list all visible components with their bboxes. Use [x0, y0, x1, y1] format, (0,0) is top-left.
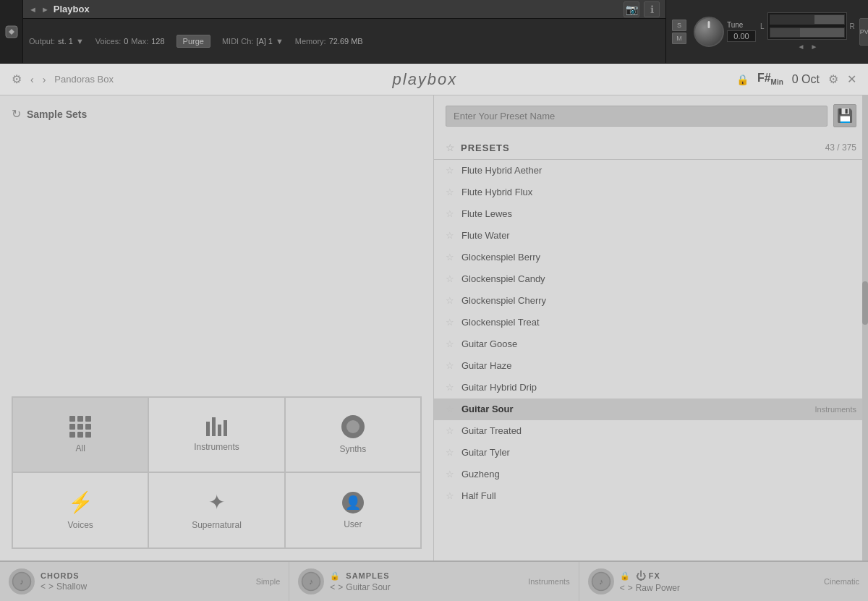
right-panel: 💾 ☆ PRESETS 43 / 375 ☆ Flute Hybrid Aeth… — [434, 95, 868, 560]
category-instruments[interactable]: Instruments — [148, 397, 284, 472]
preset-item[interactable]: ☆ Guitar Haze — [434, 355, 868, 377]
preset-item[interactable]: ☆ Glockenspiel Treat — [434, 312, 868, 333]
arrow-icon-right[interactable]: ► — [810, 43, 817, 51]
category-voices[interactable]: ⚡ Voices — [12, 472, 148, 548]
star-icon[interactable]: ☆ — [446, 142, 455, 153]
preset-star-2[interactable]: ☆ — [446, 208, 454, 219]
preset-item[interactable]: ☆ Guitar Tyler — [434, 442, 868, 464]
scrollbar-thumb[interactable] — [862, 281, 868, 325]
preset-star-13[interactable]: ☆ — [446, 447, 454, 458]
preset-star-4[interactable]: ☆ — [446, 252, 454, 263]
output-dropdown[interactable]: ▼ — [76, 37, 84, 46]
lr-row-bottom: ◄ ► — [760, 43, 855, 51]
preset-name-7: Glockenspiel Treat — [461, 317, 856, 328]
pv-button[interactable]: PV — [859, 18, 868, 46]
camera-icon[interactable]: 📷 — [624, 1, 639, 17]
purge-button[interactable]: Purge — [176, 35, 210, 48]
close-icon[interactable]: ✕ — [847, 72, 856, 86]
bottom-section-samples: ♪ 🔒 SAMPLES < > Guitar Sour Instruments — [289, 562, 579, 601]
preset-name-13: Guitar Tyler — [461, 447, 856, 458]
preset-star-7[interactable]: ☆ — [446, 317, 454, 328]
preset-star-6[interactable]: ☆ — [446, 295, 454, 306]
nav-right[interactable]: › — [43, 74, 46, 85]
preset-star-5[interactable]: ☆ — [446, 273, 454, 284]
category-synths[interactable]: Synths — [285, 397, 421, 472]
preset-item[interactable]: ☆ Guitar Sour Instruments — [434, 398, 868, 420]
presets-section-left: ☆ PRESETS — [446, 142, 510, 153]
sample-sets-header: ↻ Sample Sets — [12, 107, 422, 121]
lr-row-top: L R — [760, 12, 855, 40]
preset-name-4: Glockenspiel Berry — [461, 252, 856, 263]
r-label: R — [850, 22, 855, 30]
preset-name-5: Glockenspiel Candy — [461, 273, 856, 284]
fx-type: FX — [649, 571, 660, 580]
preset-item[interactable]: ☆ Guzheng — [434, 464, 868, 485]
info-icon[interactable]: ℹ — [644, 1, 660, 17]
preset-star-15[interactable]: ☆ — [446, 490, 454, 501]
s-button[interactable]: S — [672, 20, 686, 31]
preset-star-11[interactable]: ☆ — [446, 404, 454, 414]
arrow-left[interactable]: ◄ — [29, 5, 37, 14]
plugin-title: Playbox — [54, 4, 90, 14]
arrow-right[interactable]: ► — [41, 5, 49, 14]
m-button[interactable]: M — [672, 33, 686, 44]
preset-star-9[interactable]: ☆ — [446, 360, 454, 371]
preset-name-input[interactable] — [446, 106, 827, 127]
meter-row-bottom — [770, 27, 845, 38]
instrument-header: ⚙ ‹ › Pandoras Box playbox 🔒 F#Min 0 Oct… — [0, 64, 868, 95]
nav-left[interactable]: ‹ — [30, 74, 34, 85]
top-bar-main: ◄ ► Playbox 📷 ℹ Output: st. 1 ▼ Voices: … — [23, 0, 665, 63]
tune-knob[interactable] — [694, 17, 724, 47]
preset-star-12[interactable]: ☆ — [446, 425, 454, 436]
arrow-icon-left[interactable]: ◄ — [797, 43, 804, 51]
bottom-section-fx: ♪ 🔒 ⏻ FX < > Raw Power Cinematic — [579, 562, 868, 601]
settings-icon[interactable]: ⚙ — [828, 72, 838, 86]
samples-nav-left[interactable]: < — [330, 582, 335, 592]
samples-lock: 🔒 — [330, 571, 340, 581]
scrollbar[interactable] — [862, 95, 868, 560]
preset-name-10: Guitar Hybrid Drip — [461, 382, 856, 393]
preset-item[interactable]: ☆ Flute Hybrid Flux — [434, 182, 868, 203]
preset-star-8[interactable]: ☆ — [446, 338, 454, 349]
category-voices-label: Voices — [67, 520, 93, 530]
lock-icon[interactable]: 🔒 — [736, 74, 749, 85]
preset-item[interactable]: ☆ Flute Hybrid Aether — [434, 160, 868, 182]
fx-power[interactable]: ⏻ — [636, 570, 646, 581]
midi-dropdown[interactable]: ▼ — [276, 37, 284, 46]
fx-nav-left[interactable]: < — [620, 583, 625, 593]
chords-nav-left[interactable]: < — [41, 581, 46, 592]
svg-text:♪: ♪ — [20, 577, 23, 586]
preset-item[interactable]: ☆ Flute Water — [434, 225, 868, 247]
preset-star-1[interactable]: ☆ — [446, 187, 454, 197]
chords-nav-right[interactable]: > — [48, 581, 54, 592]
preset-star-3[interactable]: ☆ — [446, 230, 454, 241]
preset-item[interactable]: ☆ Half Full — [434, 485, 868, 507]
preset-star-0[interactable]: ☆ — [446, 165, 454, 176]
samples-preset: Guitar Sour — [346, 582, 390, 592]
chords-sub: Simple — [256, 577, 281, 586]
samples-sub: Instruments — [528, 577, 569, 586]
preset-star-10[interactable]: ☆ — [446, 382, 454, 393]
preset-name-12: Guitar Treated — [461, 425, 856, 436]
preset-item[interactable]: ☆ Flute Lewes — [434, 203, 868, 225]
refresh-icon[interactable]: ↻ — [12, 107, 21, 121]
preset-item[interactable]: ☆ Guitar Goose — [434, 333, 868, 355]
preset-header-row: 💾 — [434, 95, 868, 136]
preset-name-14: Guzheng — [461, 469, 856, 479]
preset-item[interactable]: ☆ Glockenspiel Cherry — [434, 290, 868, 312]
preset-item[interactable]: ☆ Guitar Treated — [434, 420, 868, 442]
save-button[interactable]: 💾 — [833, 104, 856, 127]
preset-item[interactable]: ☆ Glockenspiel Berry — [434, 247, 868, 268]
samples-nav-right[interactable]: > — [338, 582, 343, 592]
output-value: st. 1 — [58, 37, 73, 46]
fx-nav-right[interactable]: > — [628, 583, 633, 593]
category-user-label: User — [344, 519, 362, 529]
preset-item[interactable]: ☆ Guitar Hybrid Drip — [434, 377, 868, 398]
preset-item[interactable]: ☆ Glockenspiel Candy — [434, 268, 868, 290]
preset-star-14[interactable]: ☆ — [446, 469, 454, 479]
category-supernatural[interactable]: ✦ Supernatural — [148, 472, 284, 548]
tune-section: Tune 0.00 — [727, 21, 756, 42]
lr-section: L R ◄ ► — [760, 12, 855, 51]
category-user[interactable]: 👤 User — [285, 472, 421, 548]
category-all[interactable]: All — [12, 397, 148, 472]
